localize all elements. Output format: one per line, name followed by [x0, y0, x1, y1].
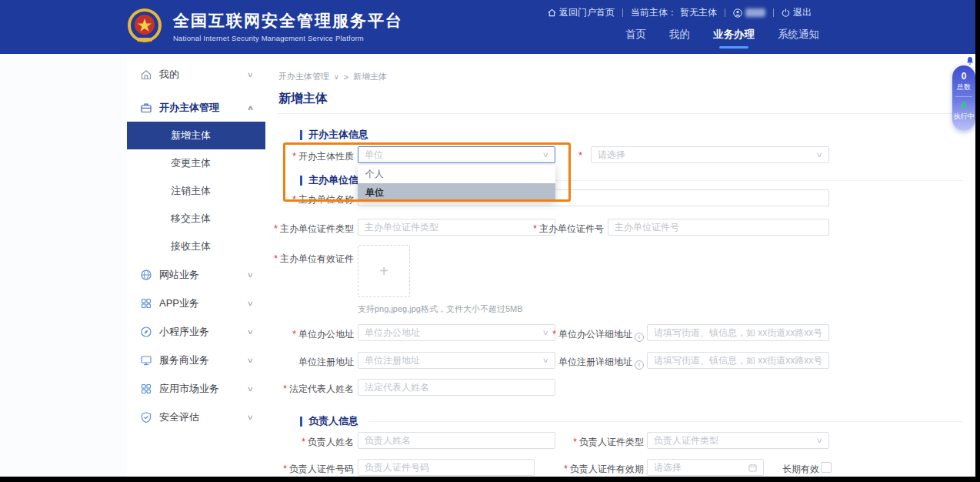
- sidebar-item-change-subject[interactable]: 变更主体: [127, 149, 265, 177]
- divider: [955, 96, 972, 97]
- top-header: 全国互联网安全管理服务平台 National Internet Security…: [0, 0, 975, 54]
- org-cert-file-label: *主办单位有效证件: [265, 253, 354, 266]
- chevron-down-icon: ∨: [816, 437, 823, 444]
- selected-value: 单位: [365, 149, 383, 162]
- subject-nature-select[interactable]: 单位 ∨: [358, 146, 555, 163]
- long-term-checkbox[interactable]: [821, 462, 832, 473]
- dropdown-option-personal[interactable]: 个人: [358, 165, 555, 183]
- sidebar: 我的 ∨ 开办主体管理 ∧ 新增主体 变更主体 注销主体 移交主体 接收主体 网…: [127, 54, 265, 477]
- subject-extra-select[interactable]: 请选择 ∨: [591, 146, 829, 163]
- field-label: 负责人证件号码: [289, 464, 354, 474]
- username-redacted: [745, 8, 765, 17]
- form-row-legal-name: *法定代表人姓名: [265, 379, 962, 396]
- dropdown-option-unit[interactable]: 单位: [358, 183, 555, 202]
- running-label: 执行中: [952, 111, 975, 122]
- sidebar-item-mine[interactable]: 我的 ∨: [127, 60, 265, 89]
- org-cert-no-input[interactable]: [608, 219, 829, 236]
- sidebar-item-new-subject[interactable]: 新增主体: [127, 122, 265, 149]
- form-row-office-address: *单位办公地址 单位办公地址 ∨ *单位办公详细地址i: [265, 324, 962, 341]
- home-icon: [548, 8, 556, 17]
- section-bar: [300, 417, 302, 427]
- chevron-down-icon: ∨: [247, 385, 254, 393]
- field-label: 单位办公详细地址: [558, 329, 632, 340]
- info-icon: i: [635, 360, 644, 370]
- section-subject-info: 开办主体信息: [300, 128, 962, 142]
- grid-icon: [140, 297, 152, 310]
- section-rule: [369, 421, 962, 422]
- form-row-subject-nature: *开办主体性质 单位 ∨ * 请选择 ∨: [265, 146, 962, 163]
- sidebar-item-miniprogram-business[interactable]: 小程序业务 ∨: [127, 317, 265, 346]
- manager-cert-no-input[interactable]: [358, 459, 535, 476]
- return-portal-link[interactable]: 返回门户首页: [548, 6, 622, 19]
- power-icon: [782, 8, 790, 17]
- chevron-down-icon: ∨: [247, 356, 254, 364]
- nav-mine[interactable]: 我的: [669, 28, 690, 49]
- field-label: 法定代表人姓名: [289, 383, 354, 394]
- header-nav: 首页 我的 业务办理 系统通知: [625, 28, 819, 49]
- sidebar-item-website-business[interactable]: 网站业务 ∨: [127, 260, 265, 289]
- upload-hint: 支持png,jpeg,jpg格式，文件大小不超过5MB: [358, 303, 523, 315]
- field-label: 单位注册详细地址: [558, 356, 632, 367]
- sidebar-item-cancel-subject[interactable]: 注销主体: [127, 177, 265, 205]
- sidebar-item-security-assessment[interactable]: 安全评估 ∨: [127, 403, 265, 431]
- nav-business[interactable]: 业务办理: [713, 28, 755, 49]
- field-label: 主办单位名称: [298, 194, 354, 205]
- chevron-down-icon: ∨: [247, 300, 254, 307]
- legal-name-input[interactable]: [358, 379, 555, 396]
- form-row-org-cert: *主办单位证件类型 主办单位证件类型 ∨ *主办单位证件号: [265, 219, 962, 236]
- placeholder-text: 负责人证件类型: [654, 434, 718, 447]
- section-manager-info: 负责人信息: [300, 414, 962, 428]
- total-count: 0: [952, 65, 975, 82]
- form-row-manager-name: *负责人姓名 *负责人证件类型 负责人证件类型 ∨: [265, 432, 962, 449]
- field-label: 开办主体性质: [298, 151, 354, 162]
- placeholder-text: 单位办公地址: [365, 326, 420, 340]
- sidebar-item-appmarket-business[interactable]: 应用市场业务 ∨: [127, 374, 265, 403]
- field-label: 单位办公地址: [298, 329, 354, 340]
- shield-check-icon: [140, 411, 152, 423]
- content-panel: 开办主体管理 ∨ > 新增主体 新增主体 开办主体信息 *开办主体性质 单位 ∨…: [265, 54, 975, 477]
- required-mark: *: [533, 223, 537, 234]
- sidebar-item-transfer-subject[interactable]: 移交主体: [127, 205, 265, 233]
- compass-icon: [140, 326, 152, 338]
- required-mark: *: [274, 223, 278, 234]
- required-mark: *: [292, 151, 296, 162]
- required-mark: *: [292, 194, 296, 205]
- sidebar-item-app-business[interactable]: APP业务 ∨: [127, 289, 265, 317]
- breadcrumb-parent[interactable]: 开办主体管理: [278, 71, 329, 82]
- sidebar-item-subject-management[interactable]: 开办主体管理 ∧: [127, 93, 265, 122]
- chevron-down-icon: ∨: [247, 271, 254, 279]
- task-status-widget[interactable]: 0 总数 0 执行中: [952, 65, 975, 131]
- sidebar-item-receive-subject[interactable]: 接收主体: [127, 233, 265, 260]
- user-icon: [733, 8, 742, 18]
- plus-icon: +: [379, 263, 388, 280]
- brand: 全国互联网安全管理服务平台 National Internet Security…: [125, 7, 403, 45]
- market-grid-icon: [140, 383, 152, 395]
- section-bar: [300, 130, 302, 140]
- manager-cert-expiry-datepicker[interactable]: 请选择: [647, 459, 764, 476]
- manager-cert-type-select[interactable]: 负责人证件类型 ∨: [647, 432, 829, 449]
- office-address-detail-input[interactable]: [647, 324, 829, 341]
- chevron-down-icon: ∨: [542, 151, 549, 159]
- breadcrumb: 开办主体管理 ∨ > 新增主体: [278, 71, 387, 82]
- nav-home[interactable]: 首页: [625, 28, 646, 49]
- chevron-down-icon: ∨: [816, 151, 823, 159]
- section-bar: [300, 176, 302, 186]
- logout-button[interactable]: 退出: [774, 6, 819, 19]
- police-badge-logo: [125, 7, 164, 45]
- briefcase-icon: [140, 102, 152, 114]
- field-label: 负责人证件类型: [579, 437, 644, 447]
- subject-nature-dropdown: 个人 单位: [358, 165, 555, 202]
- user-account[interactable]: [725, 8, 773, 18]
- bell-icon[interactable]: [965, 56, 975, 65]
- upload-certificate-button[interactable]: +: [358, 245, 410, 297]
- sidebar-item-provider-business[interactable]: 服务商业务 ∨: [127, 346, 265, 374]
- nav-notifications[interactable]: 系统通知: [778, 28, 819, 49]
- current-subject: 当前主体：暂无主体: [623, 6, 725, 19]
- placeholder-text: 请选择: [598, 149, 625, 162]
- divider: [278, 113, 962, 114]
- chevron-up-icon: ∧: [246, 104, 254, 112]
- header-utility-bar: 返回门户首页 当前主体：暂无主体 退出: [548, 6, 819, 19]
- home-icon: [140, 69, 152, 81]
- chevron-down-icon: ∨: [334, 73, 339, 81]
- reg-address-detail-input[interactable]: [647, 352, 829, 369]
